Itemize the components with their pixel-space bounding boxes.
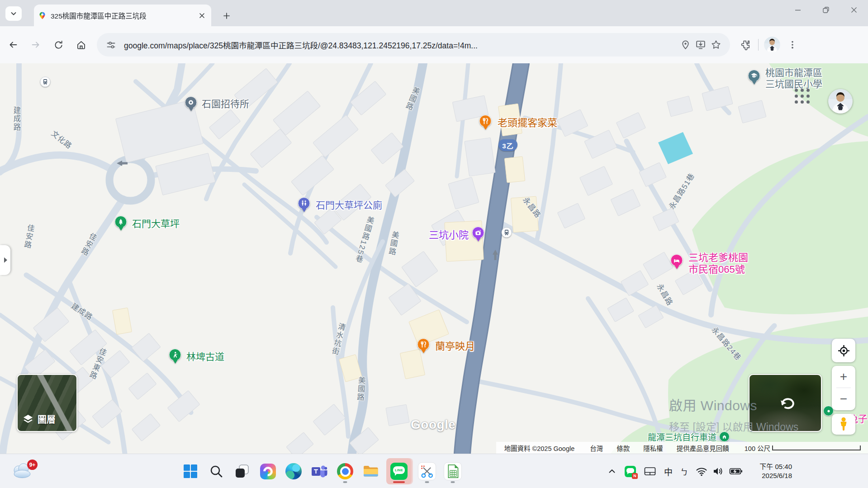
taskbar-start-icon[interactable] [180,458,201,484]
extensions-puzzle-icon[interactable] [737,37,753,52]
bookmark-star-icon[interactable] [708,37,724,52]
taskbar-teams-icon[interactable] [309,458,330,484]
zoom-in-button[interactable]: + [832,366,855,388]
pegman-button[interactable] [832,414,855,435]
taskbar-task-view-icon[interactable] [232,458,252,484]
poi-linpi-trail[interactable] [169,349,181,366]
weather-notification-badge: 9+ [27,460,38,470]
ime-mode-indicator[interactable]: ㄅ [680,466,688,477]
poi-shimen-lawn-toilet[interactable] [298,197,310,214]
taskbar-search-icon[interactable] [206,458,227,484]
tray-chevron-up-icon[interactable] [607,466,617,476]
poi-bus-stop-1[interactable] [40,77,51,87]
home-button[interactable] [71,35,90,54]
poi-label-linpi-trail[interactable]: 林埤古道 [186,351,224,363]
forward-button[interactable] [26,35,45,54]
tab-search-button[interactable] [5,6,22,21]
google-maps-favicon [38,11,46,20]
street-view-preview[interactable] [749,374,822,432]
road-label-10: 美國路 [355,376,367,402]
volume-icon[interactable] [712,466,724,477]
taskbar-snipping-tool-icon[interactable] [417,458,437,484]
window-restore-button[interactable] [812,0,840,20]
tab-close-icon[interactable] [197,10,207,20]
taskbar-system-tray: N 中 ㄅ 下午 05:40 2025/6/18 [607,454,792,488]
my-location-button[interactable] [832,339,855,362]
attribution-feedback-link[interactable]: 提供產品意見回饋 [677,443,729,453]
map-canvas[interactable]: 建成路文化路美國路佳安路佳安路建成路佳安東路美國路125巷美國路清水坑街美國路永… [0,63,868,454]
back-button[interactable] [4,35,23,54]
poi-shimen-lawn[interactable] [115,216,127,233]
taskbar-edge-icon[interactable] [283,458,304,484]
window-minimize-button[interactable] [784,0,812,20]
reload-button[interactable] [49,35,68,54]
poi-bus-stop-2[interactable] [502,227,512,238]
poi-label-lanting-restaurant[interactable]: 蘭亭映月 [435,341,475,352]
map-attribution-bar: 地圖資料 ©2025 Google 台灣 條款 隱私權 提供產品意見回饋 100… [496,442,868,454]
new-tab-button[interactable] [220,9,233,23]
poi-label-shimen-lawn[interactable]: 石門大草坪 [132,218,180,230]
profile-avatar[interactable] [764,37,780,53]
poi-label-sankeng-xiaoyuan[interactable]: 三坑小院 [429,229,469,241]
site-settings-icon[interactable] [103,37,119,52]
ime-language-indicator[interactable]: 中 [664,465,673,478]
route-shield: 3乙 [498,139,517,151]
zoom-control: + − [832,366,855,410]
address-bar[interactable]: google.com/maps/place/325桃園市龍潭區中正路三坑段/@2… [97,33,730,57]
poi-label-laotoubai-hakka-restaurant[interactable]: 老頭擺客家菜 [498,117,557,129]
poi-sankeng-xiaoyuan[interactable] [472,227,484,244]
attribution-terms-link[interactable]: 條款 [617,443,630,453]
taskbar-app-icons: LINE [180,457,463,486]
tab-title: 325桃園市龍潭區中正路三坑段 [51,10,197,20]
poi-label-sankeng-elementary-school[interactable]: 桃園市龍潭區三坑國民小學 [765,67,822,90]
poi-label-longtan-sankeng-bikeway[interactable]: 龍潭三坑自行車道 [648,431,730,443]
taskbar-copilot-icon[interactable] [257,458,278,484]
side-panel-expand-button[interactable] [0,245,10,275]
browser-tab-active[interactable]: 325桃園市龍潭區中正路三坑段 [34,5,211,26]
window-close-button[interactable] [840,0,868,20]
map-layers-button[interactable]: 圖層 [17,374,77,432]
windows-taskbar: 9+ LINE N 中 ㄅ 下午 05:40 [0,454,868,488]
home-icon [76,39,87,51]
map-scale-bar [772,445,861,450]
attribution-privacy-link[interactable]: 隱私權 [643,443,663,453]
tray-touchpad-icon[interactable] [644,466,656,477]
wifi-icon[interactable] [696,466,707,477]
toolbar-right [737,37,800,53]
poi-sankeng-elementary-school[interactable] [748,70,760,87]
poi-label-shimen-lawn-toilet[interactable]: 石門大草坪公廁 [316,200,382,211]
taskbar-chrome-icon[interactable] [335,458,356,484]
taskbar-file-explorer-icon[interactable] [360,458,381,484]
line-badge: N [632,473,638,479]
layers-label: 圖層 [38,412,56,426]
my-location-icon [838,345,850,357]
install-app-icon[interactable] [693,37,708,52]
browser-tab-strip: 325桃園市龍潭區中正路三坑段 [0,0,868,26]
floating-camera-avatar[interactable] [828,89,853,114]
attribution-region-link[interactable]: 台灣 [590,443,603,453]
scale-label: 100 公尺 [745,443,770,453]
chevron-right-icon [3,257,8,263]
tray-line-icon[interactable]: N [625,466,636,477]
taskbar-spreadsheet-icon[interactable] [442,458,463,484]
url-text[interactable]: google.com/maps/place/325桃園市龍潭區中正路三坑段/@2… [124,39,672,51]
browser-menu-icon[interactable] [785,37,800,52]
poi-laotoubai-hakka-restaurant[interactable] [479,115,492,132]
poi-lanting-restaurant[interactable] [417,338,430,355]
location-pin-icon[interactable] [678,37,693,52]
taskbar-clock[interactable]: 下午 05:40 2025/6/18 [750,462,792,480]
poi-label-sankeng-laodie-bnb[interactable]: 三坑老爹桃園市民宿065號 [688,252,748,275]
zoom-out-button[interactable]: − [832,388,855,410]
forward-icon [30,39,42,51]
browser-toolbar: google.com/maps/place/325桃園市龍潭區中正路三坑段/@2… [0,26,868,63]
taskbar-weather-widget[interactable]: 9+ [10,460,42,483]
battery-charging-icon[interactable] [729,466,743,476]
taskbar-line-icon[interactable]: LINE [386,458,412,484]
drag-handle-dots-icon[interactable] [795,89,810,104]
clock-time: 下午 05:40 [750,462,792,471]
poi-sankeng-laodie-bnb[interactable] [671,254,683,271]
desktop-screen: 325桃園市龍潭區中正路三坑段 [0,0,868,488]
poi-label-shiyuan-reception[interactable]: 石園招待所 [202,99,249,110]
poi-shiyuan-reception[interactable] [185,96,197,114]
window-controls [784,0,868,22]
